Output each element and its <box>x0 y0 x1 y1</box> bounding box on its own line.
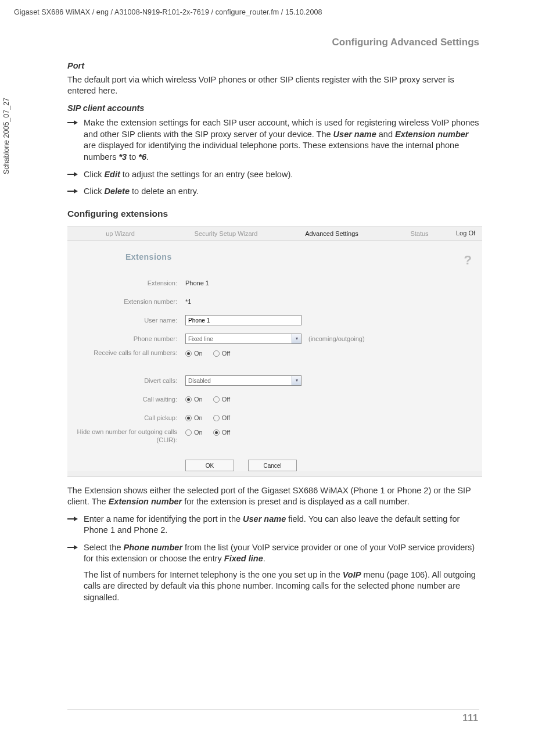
paragraph-port: The default port via which wireless VoIP… <box>67 74 482 97</box>
arrow-icon <box>67 188 78 194</box>
panel-title: Extensions <box>125 252 482 263</box>
label-divert-calls: Divert calls: <box>67 377 185 385</box>
label-clir: Hide own number for outgoing calls (CLIR… <box>67 428 185 443</box>
heading-configuring-extensions: Configuring extensions <box>67 208 482 220</box>
router-ui-screenshot: up Wizard Security Setup Wizard Advanced… <box>67 226 482 477</box>
tab-bar: up Wizard Security Setup Wizard Advanced… <box>67 228 482 241</box>
step-text: Select the Phone number from the list (y… <box>84 543 482 602</box>
receive-all-off-radio[interactable]: Off <box>213 349 230 358</box>
chevron-down-icon: ▾ <box>292 334 301 343</box>
label-extension: Extension: <box>67 280 185 287</box>
step-click-edit: Click Edit to adjust the settings for an… <box>67 169 482 181</box>
receive-all-on-radio[interactable]: On <box>185 349 203 358</box>
user-name-input[interactable] <box>185 315 301 325</box>
label-call-pickup: Call pickup: <box>67 414 185 422</box>
phone-number-select[interactable]: Fixed line ▾ <box>185 334 301 344</box>
footer-rule <box>67 709 479 710</box>
help-icon[interactable]: ? <box>464 252 472 269</box>
label-user-name: User name: <box>67 317 185 324</box>
tab-setup-wizard[interactable]: up Wizard <box>67 230 173 238</box>
arrow-icon <box>67 544 78 550</box>
clir-off-radio[interactable]: Off <box>213 428 230 437</box>
divert-calls-selected: Disabled <box>188 377 211 385</box>
step-enter-user-name: Enter a name for identifying the port in… <box>67 514 482 536</box>
step-click-delete: Click Delete to delete an entry. <box>67 186 482 198</box>
phone-number-aside: (incoming/outgoing) <box>308 335 365 343</box>
call-pickup-on-radio[interactable]: On <box>185 414 203 422</box>
label-extension-number: Extension number: <box>67 298 185 306</box>
arrow-icon <box>67 171 78 177</box>
step-text: Enter a name for identifying the port in… <box>84 514 460 535</box>
clir-on-radio[interactable]: On <box>185 428 203 437</box>
tab-status[interactable]: Status <box>385 230 454 238</box>
value-extension-number: *1 <box>185 298 191 306</box>
heading-port: Port <box>67 60 482 72</box>
arrow-icon <box>67 516 78 522</box>
cancel-button[interactable]: Cancel <box>248 460 297 471</box>
step-text: Make the extension settings for each SIP… <box>84 118 479 162</box>
label-call-waiting: Call waiting: <box>67 396 185 403</box>
step-select-phone-number: Select the Phone number from the list (y… <box>67 542 482 604</box>
step-text: Click Delete to delete an entry. <box>84 187 199 196</box>
ok-button[interactable]: OK <box>185 460 234 471</box>
header-build-line: Gigaset SX686 WiMAX / eng / A31008-N919-… <box>14 8 322 16</box>
log-off-link[interactable]: Log Of <box>456 229 475 238</box>
step-text: Click Edit to adjust the settings for an… <box>84 170 293 179</box>
paragraph-extension-shows: The Extension shows either the selected … <box>67 485 482 508</box>
phone-number-selected: Fixed line <box>188 335 213 343</box>
heading-sip-accounts: SIP client accounts <box>67 103 482 114</box>
extensions-panel: Extensions ? Extension: Phone 1 Extensio… <box>67 241 482 472</box>
tab-security-wizard[interactable]: Security Setup Wizard <box>173 230 279 238</box>
template-version-vertical: Schablone 2005_07_27 <box>2 98 10 174</box>
chevron-down-icon: ▾ <box>292 376 301 385</box>
divert-calls-select[interactable]: Disabled ▾ <box>185 375 301 386</box>
call-waiting-on-radio[interactable]: On <box>185 395 203 404</box>
step-make-extension-settings: Make the extension settings for each SIP… <box>67 117 482 163</box>
label-phone-number: Phone number: <box>67 335 185 343</box>
value-extension: Phone 1 <box>185 279 209 288</box>
tab-advanced-settings[interactable]: Advanced Settings <box>279 230 385 238</box>
call-waiting-off-radio[interactable]: Off <box>213 395 230 404</box>
label-receive-all: Receive calls for all numbers: <box>67 349 185 357</box>
call-pickup-off-radio[interactable]: Off <box>213 414 230 422</box>
section-title: Configuring Advanced Settings <box>332 37 479 48</box>
page-number: 111 <box>462 713 478 723</box>
arrow-icon <box>67 120 78 126</box>
